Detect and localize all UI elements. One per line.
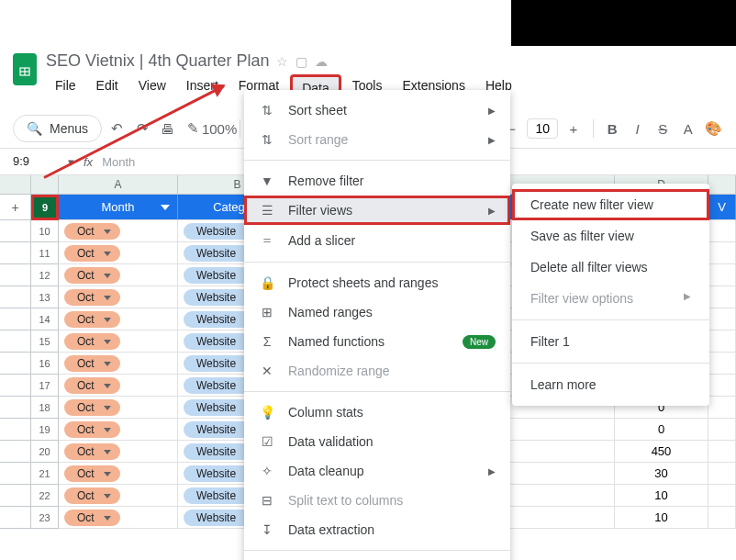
- cell-last[interactable]: [708, 264, 736, 286]
- cell-month[interactable]: Oct: [59, 441, 178, 463]
- month-chip[interactable]: Oct: [64, 223, 120, 240]
- cell-month[interactable]: Oct: [59, 485, 178, 507]
- filter-views-item[interactable]: ☰Filter views▶: [244, 196, 510, 225]
- month-chip[interactable]: Oct: [64, 355, 120, 372]
- italic-icon[interactable]: I: [628, 118, 648, 140]
- month-chip[interactable]: Oct: [64, 377, 120, 394]
- row-expand[interactable]: [0, 242, 31, 264]
- cell-month[interactable]: Oct: [59, 220, 178, 242]
- menus-search[interactable]: 🔍 Menus: [13, 115, 102, 142]
- select-all-cell[interactable]: [0, 175, 31, 195]
- cell-last[interactable]: [708, 507, 736, 529]
- add-row-icon[interactable]: +: [0, 195, 31, 220]
- month-chip[interactable]: Oct: [64, 289, 120, 306]
- cell-last[interactable]: [708, 353, 736, 375]
- row-number[interactable]: 11: [31, 242, 59, 264]
- protect-item[interactable]: 🔒Protect sheets and ranges: [244, 268, 510, 297]
- row-expand[interactable]: [0, 330, 31, 353]
- cell-last[interactable]: [708, 419, 736, 441]
- col-last[interactable]: [708, 175, 736, 195]
- filter-icon[interactable]: [161, 205, 170, 210]
- extraction-item[interactable]: ↧Data extraction: [244, 515, 510, 544]
- cell-month[interactable]: Oct: [59, 330, 178, 353]
- strike-icon[interactable]: S: [652, 118, 673, 140]
- cloud-icon[interactable]: ☁: [315, 54, 328, 69]
- row-expand[interactable]: [0, 375, 31, 397]
- name-box[interactable]: 9:9: [13, 154, 59, 169]
- month-chip[interactable]: Oct: [64, 510, 120, 526]
- randomize-item[interactable]: ✕Randomize range: [244, 356, 510, 386]
- connectors-item[interactable]: 🗄Data connectorsNew▶: [244, 556, 510, 560]
- row-number[interactable]: 14: [31, 308, 59, 330]
- filter-1-item[interactable]: Filter 1: [512, 326, 709, 357]
- month-chip[interactable]: Oct: [64, 487, 120, 504]
- sort-sheet-item[interactable]: ⇅Sort sheet▶: [244, 95, 510, 125]
- col-A[interactable]: A: [59, 175, 178, 195]
- cell-last[interactable]: [708, 286, 736, 308]
- row-number[interactable]: 19: [31, 419, 59, 441]
- header-last[interactable]: V: [708, 195, 736, 220]
- cell-last[interactable]: [708, 220, 736, 242]
- cell-last[interactable]: [708, 242, 736, 264]
- month-chip[interactable]: Oct: [64, 465, 120, 482]
- row-number[interactable]: 17: [31, 375, 59, 397]
- row-number[interactable]: 12: [31, 264, 59, 286]
- split-item[interactable]: ⊟Split text to columns: [244, 486, 510, 515]
- cell-d[interactable]: 10: [615, 507, 708, 529]
- row-number[interactable]: 20: [31, 441, 59, 463]
- cell-last[interactable]: [708, 330, 736, 353]
- save-filter-view-item[interactable]: Save as filter view: [512, 220, 709, 252]
- month-chip[interactable]: Oct: [64, 399, 120, 416]
- formula-input[interactable]: Month: [102, 155, 135, 169]
- month-chip[interactable]: Oct: [64, 245, 120, 262]
- zoom[interactable]: 100%: [208, 118, 230, 140]
- cell-month[interactable]: Oct: [59, 242, 178, 264]
- cell-last[interactable]: [708, 441, 736, 463]
- cell-month[interactable]: Oct: [59, 353, 178, 375]
- plus-icon[interactable]: +: [563, 118, 584, 140]
- cell-last[interactable]: [708, 397, 736, 419]
- data-validation-item[interactable]: ☑Data validation: [244, 427, 510, 456]
- row-expand[interactable]: [0, 353, 31, 375]
- cell-month[interactable]: Oct: [59, 419, 178, 441]
- named-functions-item[interactable]: ΣNamed functionsNew: [244, 327, 510, 356]
- cell-month[interactable]: Oct: [59, 264, 178, 286]
- row-number[interactable]: 23: [31, 507, 59, 529]
- paint-format-icon[interactable]: ✎: [184, 118, 204, 140]
- row-expand[interactable]: [0, 286, 31, 308]
- cell-last[interactable]: [708, 308, 736, 330]
- filter-view-options-item[interactable]: Filter view options▶: [512, 283, 709, 314]
- font-size-input[interactable]: 10: [527, 118, 558, 139]
- cell-month[interactable]: Oct: [59, 463, 178, 485]
- row-9-header[interactable]: 9: [31, 195, 59, 220]
- month-chip[interactable]: Oct: [64, 333, 120, 350]
- row-number[interactable]: 10: [31, 220, 59, 242]
- row-expand[interactable]: [0, 264, 31, 286]
- month-chip[interactable]: Oct: [64, 443, 120, 460]
- sort-range-item[interactable]: ⇅Sort range▶: [244, 125, 510, 154]
- folder-icon[interactable]: ▢: [296, 54, 307, 69]
- cell-month[interactable]: Oct: [59, 507, 178, 529]
- row-expand[interactable]: [0, 308, 31, 330]
- learn-more-item[interactable]: Learn more: [512, 369, 709, 400]
- star-icon[interactable]: ☆: [276, 54, 288, 69]
- row-expand[interactable]: [0, 419, 31, 441]
- cell-last[interactable]: [708, 485, 736, 507]
- row-number[interactable]: 21: [31, 463, 59, 485]
- add-slicer-item[interactable]: ＝Add a slicer: [244, 225, 510, 256]
- create-filter-view-item[interactable]: Create new filter view: [512, 189, 709, 220]
- row-expand[interactable]: [0, 485, 31, 507]
- fill-color-icon[interactable]: 🎨: [703, 118, 723, 140]
- cell-month[interactable]: Oct: [59, 375, 178, 397]
- row-expand[interactable]: [0, 463, 31, 485]
- menu-edit[interactable]: Edit: [87, 74, 128, 102]
- month-chip[interactable]: Oct: [64, 421, 120, 438]
- menu-file[interactable]: File: [46, 74, 85, 102]
- row-number[interactable]: 22: [31, 485, 59, 507]
- cell-d[interactable]: 0: [615, 419, 708, 441]
- row-number[interactable]: 16: [31, 353, 59, 375]
- cell-d[interactable]: 10: [615, 485, 708, 507]
- row-expand[interactable]: [0, 397, 31, 419]
- row-expand[interactable]: [0, 220, 31, 242]
- cell-last[interactable]: [708, 375, 736, 397]
